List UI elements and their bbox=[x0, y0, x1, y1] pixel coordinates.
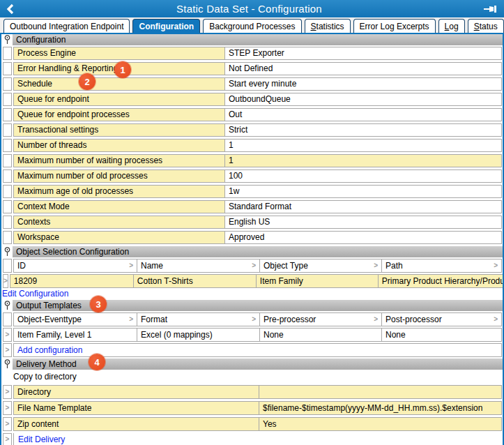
attribute-label: Maximum number of old processes bbox=[14, 170, 225, 182]
attribute-label: Maximum number of waiting processes bbox=[14, 155, 225, 167]
column-chevron-icon[interactable]: > bbox=[494, 262, 498, 269]
expand-chevron-icon: > bbox=[6, 405, 10, 412]
attribute-value[interactable]: Start every minute bbox=[225, 78, 501, 90]
tab-status[interactable]: Status bbox=[468, 19, 504, 33]
config-row-number-of-threads: Number of threads1 bbox=[3, 139, 502, 152]
tab-configuration[interactable]: Configuration bbox=[132, 19, 200, 33]
column-header-format[interactable]: Format> bbox=[137, 313, 260, 326]
row-gutter[interactable] bbox=[3, 231, 12, 244]
row-expand-gutter[interactable]: > bbox=[3, 417, 12, 431]
attribute-value[interactable]: $filename-$timestamp(yyyy-MM-dd_HH.mm.ss… bbox=[259, 402, 501, 414]
section-title: Output Templates bbox=[13, 300, 503, 311]
column-header-name[interactable]: Name> bbox=[137, 259, 260, 272]
section-header-object-selection: Object Selection Configuration bbox=[2, 246, 503, 257]
attribute-value[interactable]: Approved bbox=[225, 232, 501, 243]
annotation-badge-4: 4 bbox=[89, 354, 105, 370]
tab-background-processes[interactable]: Background Processes bbox=[203, 19, 301, 33]
attribute-value[interactable]: English US bbox=[225, 216, 501, 228]
column-chevron-icon[interactable]: > bbox=[494, 316, 498, 323]
back-button[interactable] bbox=[0, 3, 21, 15]
column-header-object-type[interactable]: Object Type> bbox=[260, 259, 382, 272]
tab-outbound-integration-endpoint[interactable]: Outbound Integration Endpoint bbox=[3, 19, 130, 33]
tab-log[interactable]: Log bbox=[438, 19, 465, 33]
attribute-value[interactable]: Strict bbox=[225, 124, 501, 136]
config-row-max-age-old-processes: Maximum age of old processes1w bbox=[3, 185, 502, 198]
annotation-badge-1: 1 bbox=[114, 61, 131, 78]
cell-id: 18209 bbox=[10, 275, 134, 287]
attribute-value[interactable]: OutboundQueue bbox=[225, 93, 501, 105]
row-gutter[interactable] bbox=[3, 62, 12, 75]
column-chevron-icon[interactable]: > bbox=[129, 262, 133, 269]
edit-configuration-link[interactable]: Edit Configuration bbox=[2, 289, 68, 299]
column-header-object-eventtype[interactable]: Object-Eventtype> bbox=[14, 313, 137, 326]
pin-window-button[interactable] bbox=[478, 5, 504, 13]
row-gutter[interactable] bbox=[3, 47, 12, 60]
config-row-process-engine: Process EngineSTEP Exporter bbox=[3, 47, 502, 60]
row-gutter[interactable] bbox=[3, 108, 12, 121]
row-gutter[interactable] bbox=[3, 216, 12, 229]
row-gutter[interactable] bbox=[3, 139, 12, 152]
add-configuration-link[interactable]: Add configuration bbox=[17, 345, 82, 355]
attribute-value[interactable]: 100 bbox=[225, 170, 501, 182]
row-gutter[interactable] bbox=[3, 77, 12, 91]
config-row-transactional-settings: Transactional settingsStrict bbox=[3, 123, 502, 137]
attribute-label: Zip content bbox=[14, 418, 259, 430]
column-chevron-icon[interactable]: > bbox=[252, 316, 256, 323]
row-expand-gutter[interactable]: > bbox=[3, 433, 12, 445]
row-gutter[interactable] bbox=[3, 185, 12, 198]
tab-error-log-excerpts[interactable]: Error Log Excerpts bbox=[353, 19, 436, 33]
config-row-queue-endpoint-processes: Queue for endpoint processesOut bbox=[3, 108, 502, 121]
row-gutter[interactable] bbox=[3, 154, 12, 167]
delivery-row-directory: > Directory bbox=[3, 385, 502, 399]
attribute-value[interactable]: 1 bbox=[225, 155, 501, 167]
column-header-post-processor[interactable]: Post-processor> bbox=[382, 313, 501, 326]
attribute-value[interactable]: Standard Format bbox=[225, 201, 501, 213]
chevron-left-icon bbox=[6, 3, 15, 15]
configuration-panel: Configuration Process EngineSTEP Exporte… bbox=[0, 34, 504, 445]
column-chevron-icon[interactable]: > bbox=[129, 316, 133, 323]
column-header-id[interactable]: ID> bbox=[14, 259, 137, 272]
column-header-pre-processor[interactable]: Pre-processor> bbox=[260, 313, 382, 326]
flipper-pin-icon[interactable] bbox=[2, 247, 13, 257]
row-expand-gutter[interactable]: > bbox=[3, 385, 12, 399]
attribute-value[interactable]: Yes bbox=[259, 418, 501, 430]
edit-delivery-link[interactable]: Edit Delivery bbox=[18, 435, 65, 444]
attribute-label: Schedule bbox=[14, 78, 225, 90]
flipper-pin-icon[interactable] bbox=[2, 301, 13, 310]
attribute-value[interactable]: STEP Exporter bbox=[225, 47, 501, 59]
column-chevron-icon[interactable]: > bbox=[374, 316, 378, 323]
window-title: Static Data Set - Configuration bbox=[21, 3, 478, 15]
attribute-value[interactable]: Out bbox=[225, 109, 501, 121]
row-gutter[interactable] bbox=[3, 93, 12, 106]
attribute-value[interactable] bbox=[259, 386, 501, 398]
delivery-row-file-name-template: > File Name Template$filename-$timestamp… bbox=[3, 401, 502, 415]
column-header-path[interactable]: Path> bbox=[382, 259, 501, 272]
object-selection-data-row[interactable]: > 18209 Cotton T-Shirts Item Family Prim… bbox=[3, 274, 502, 288]
attribute-value[interactable]: 1w bbox=[225, 186, 501, 197]
row-gutter[interactable] bbox=[3, 123, 12, 137]
flipper-pin-icon[interactable] bbox=[2, 359, 13, 369]
config-row-max-waiting-processes: Maximum number of waiting processes1 bbox=[3, 154, 502, 167]
row-expand-gutter[interactable]: > bbox=[3, 401, 12, 415]
config-row-workspace: WorkspaceApproved bbox=[3, 231, 502, 244]
column-chevron-icon[interactable]: > bbox=[374, 262, 378, 269]
cell-format: Excel (0 mappings) bbox=[137, 329, 260, 341]
column-chevron-icon[interactable]: > bbox=[252, 262, 256, 269]
row-expand-gutter[interactable]: > bbox=[3, 274, 8, 288]
row-gutter[interactable] bbox=[3, 169, 12, 183]
attribute-label: Queue for endpoint bbox=[14, 93, 225, 105]
flipper-pin-icon[interactable] bbox=[2, 35, 13, 45]
tab-statistics[interactable]: Statistics bbox=[305, 19, 351, 33]
row-expand-gutter[interactable]: > bbox=[3, 343, 12, 357]
attribute-value[interactable]: Not Defined bbox=[225, 63, 501, 75]
output-templates-data-row[interactable]: > Item Family, Level 1 Excel (0 mappings… bbox=[3, 328, 502, 342]
attribute-value[interactable]: 1 bbox=[225, 139, 501, 151]
row-gutter[interactable] bbox=[3, 200, 12, 213]
attribute-label: Process Engine bbox=[14, 47, 225, 59]
static-data-set-configuration-window: Static Data Set - Configuration Outbound… bbox=[0, 0, 504, 445]
cell-path: Primary Product Hierarchy/Produc... bbox=[379, 275, 504, 287]
cell-object-type: Item Family bbox=[257, 275, 379, 287]
cell-name: Cotton T-Shirts bbox=[134, 275, 257, 287]
row-expand-gutter[interactable]: > bbox=[3, 328, 12, 342]
add-configuration-row: > Add configuration bbox=[3, 343, 502, 357]
